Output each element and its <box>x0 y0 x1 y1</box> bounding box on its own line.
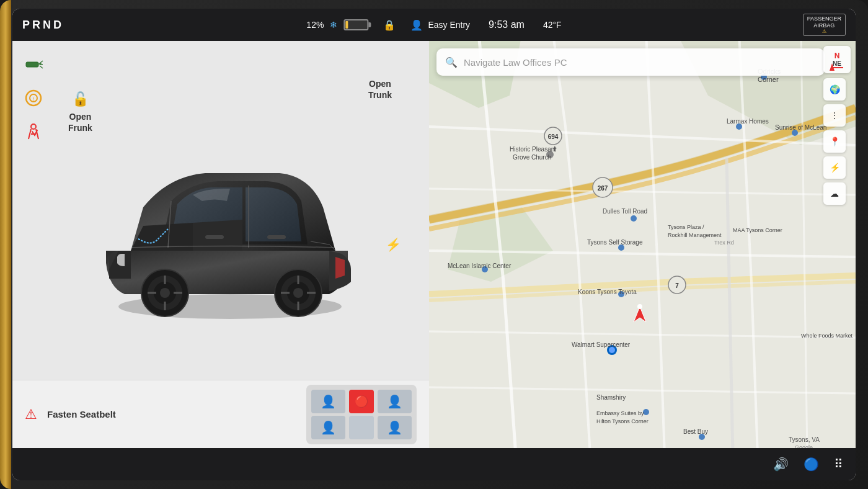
weather-button[interactable]: ☁ <box>823 182 846 205</box>
svg-text:694: 694 <box>548 133 559 140</box>
compass-north: N <box>835 52 840 60</box>
status-center: 12% ❄ 🔒 👤 Easy Entry 9:53 am 42°F <box>306 19 561 31</box>
map-controls: N NE 🌍 ⋮ 📍 ⚡ ☁ <box>823 46 851 207</box>
svg-text:267: 267 <box>598 185 608 192</box>
headlights-icon[interactable] <box>22 53 45 76</box>
rear-left-seat: 👤 <box>311 416 345 439</box>
battery-fill <box>345 21 348 29</box>
svg-point-43 <box>631 215 637 222</box>
center-console <box>349 416 374 439</box>
main-screen: PRND 12% ❄ 🔒 👤 Easy Entry 9:53 am 42°F P… <box>12 9 856 480</box>
bottom-bar: 🔊 🔵 ⠿ <box>12 448 856 480</box>
temperature-display: 42°F <box>543 20 562 30</box>
bluetooth-icon[interactable]: 🔵 <box>804 457 819 472</box>
svg-text:Best Buy: Best Buy <box>683 428 708 435</box>
svg-text:Google: Google <box>795 444 813 448</box>
time-display: 9:53 am <box>489 19 525 30</box>
apps-icon[interactable]: ⠿ <box>834 457 843 472</box>
svg-text:Walmart Supercenter: Walmart Supercenter <box>572 341 631 348</box>
svg-line-4 <box>40 66 43 68</box>
svg-text:Sunrise of McLean: Sunrise of McLean <box>775 124 826 131</box>
map-options-button[interactable]: ⋮ <box>823 104 846 127</box>
svg-text:Tysons Plaza /: Tysons Plaza / <box>668 224 704 230</box>
search-icon: 🔍 <box>445 56 458 68</box>
volume-icon[interactable]: 🔊 <box>773 457 789 472</box>
svg-text:Corner: Corner <box>758 76 779 83</box>
charging-map-button[interactable]: ⚡ <box>823 156 846 179</box>
driver-seat: 👤 <box>311 390 345 413</box>
lock-icon: 🔒 <box>383 19 396 31</box>
status-bar: PRND 12% ❄ 🔒 👤 Easy Entry 9:53 am 42°F P… <box>12 9 856 41</box>
svg-text:McLean Islamic Center: McLean Islamic Center <box>448 262 512 269</box>
svg-rect-0 <box>26 62 38 67</box>
search-placeholder: Navigate Law Offices PC <box>464 57 567 68</box>
svg-text:MAA Tysons Corner: MAA Tysons Corner <box>733 227 782 233</box>
car-svg <box>69 114 391 338</box>
svg-point-52 <box>637 304 642 309</box>
svg-text:!: ! <box>33 97 34 101</box>
svg-text:Dulles Toll Road: Dulles Toll Road <box>603 208 647 215</box>
map-panel: 267 7 694 ✝ <box>429 41 856 448</box>
battery-bar <box>343 19 368 30</box>
warning-triangle-icon: ⚠ <box>25 406 37 423</box>
seatbelt-warning-section: ⚠ Fasten Seatbelt 👤 👤 🔴 <box>12 380 429 448</box>
charging-icon: ⚡ <box>386 237 401 252</box>
rear-right-seat: 👤 <box>378 416 412 439</box>
svg-text:Tysons, VA: Tysons, VA <box>789 436 820 443</box>
passenger-seat: 👤 <box>378 390 412 413</box>
svg-text:Koons Tysons Toyota: Koons Tysons Toyota <box>578 289 637 295</box>
seatbelt-warning-seat: 🔴 <box>349 390 374 413</box>
left-panel: ! 🔓 Open Frunk <box>12 41 429 448</box>
svg-text:Grove Church: Grove Church <box>513 154 551 161</box>
svg-text:Tysons Self Storage: Tysons Self Storage <box>587 239 643 246</box>
car-visualization <box>50 78 410 374</box>
main-content: ! 🔓 Open Frunk <box>12 41 856 448</box>
svg-point-8 <box>31 124 36 129</box>
map-layers-button[interactable]: 🌍 <box>823 78 846 101</box>
seatbelt-left-icon[interactable] <box>22 120 45 143</box>
passenger-airbag-indicator: PASSENGER AIRBAG ⚠ <box>803 14 846 37</box>
easy-entry-section: 👤 Easy Entry <box>410 19 470 31</box>
left-icons: ! <box>22 53 45 143</box>
svg-text:Trex Rd: Trex Rd <box>714 240 734 246</box>
battery-percent: 12% <box>306 20 324 30</box>
fasten-seatbelt-label: Fasten Seatbelt <box>47 409 116 419</box>
svg-rect-10 <box>205 235 224 239</box>
compass[interactable]: N NE <box>823 46 851 73</box>
svg-rect-11 <box>267 235 286 239</box>
tire-pressure-icon[interactable]: ! <box>22 87 45 109</box>
prnd-display: PRND <box>22 19 64 32</box>
svg-line-2 <box>40 61 43 63</box>
map-svg: 267 7 694 ✝ <box>429 41 856 448</box>
svg-text:Historic Pleasant: Historic Pleasant <box>510 146 556 153</box>
frost-icon: ❄ <box>330 20 337 30</box>
right-seats: 👤 👤 <box>378 390 412 439</box>
svg-text:Larmax Homes: Larmax Homes <box>727 118 769 125</box>
screen-bezel: PRND 12% ❄ 🔒 👤 Easy Entry 9:53 am 42°F P… <box>0 0 868 489</box>
svg-text:Embassy Suites by: Embassy Suites by <box>596 410 644 416</box>
profile-icon: 👤 <box>410 19 423 31</box>
svg-text:7: 7 <box>675 282 679 289</box>
svg-point-15 <box>160 288 170 298</box>
svg-text:Rockhill Management: Rockhill Management <box>668 232 722 238</box>
search-bar[interactable]: 🔍 Navigate Law Offices PC <box>436 48 825 76</box>
center-area: 🔴 <box>349 390 374 439</box>
svg-text:Hilton Tysons Corner: Hilton Tysons Corner <box>596 418 649 424</box>
svg-text:Shamshiry: Shamshiry <box>596 394 626 401</box>
svg-point-23 <box>293 288 303 298</box>
left-seats: 👤 👤 <box>311 390 345 439</box>
svg-text:Whole Foods Market: Whole Foods Market <box>801 333 853 339</box>
seat-diagram: 👤 👤 🔴 👤 👤 <box>306 385 417 444</box>
my-location-button[interactable]: 📍 <box>823 130 846 153</box>
easy-entry-label: Easy Entry <box>428 20 470 30</box>
